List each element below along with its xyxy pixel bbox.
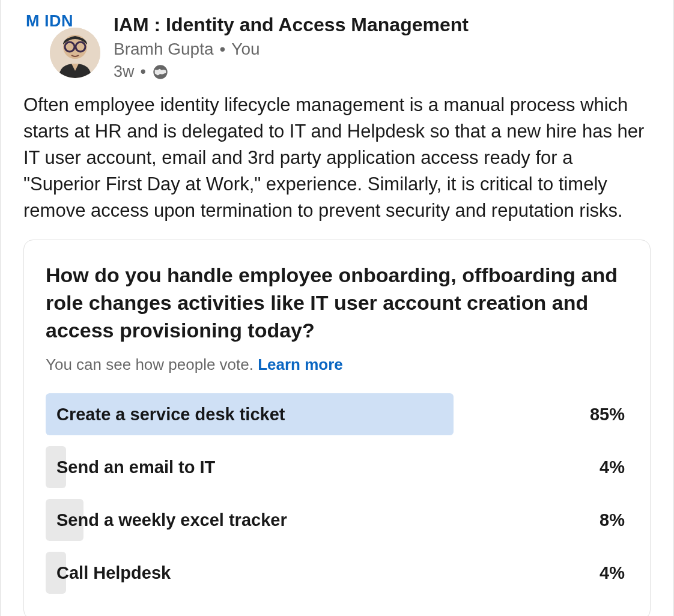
poll-option-label: Send a weekly excel tracker	[46, 510, 600, 530]
author-name[interactable]: Bramh Gupta	[114, 40, 214, 59]
post-card: M IDN IAM : Identity and Access Manageme…	[0, 0, 674, 616]
poll-option-percent: 4%	[600, 457, 628, 477]
author-relation: You	[231, 40, 260, 59]
globe-icon	[152, 64, 169, 80]
poll-subtext: You can see how people vote. Learn more	[46, 355, 628, 374]
poll-question: How do you handle employee onboarding, o…	[46, 262, 628, 345]
poll-option[interactable]: Create a service desk ticket85%	[46, 393, 628, 435]
avatar-image	[50, 28, 100, 78]
group-name[interactable]: IAM : Identity and Access Management	[114, 13, 469, 36]
poll-option[interactable]: Send an email to IT4%	[46, 446, 628, 488]
learn-more-link[interactable]: Learn more	[258, 355, 343, 373]
time-line: 3w •	[114, 62, 469, 81]
poll-option[interactable]: Call Helpdesk4%	[46, 552, 628, 594]
author-line: Bramh Gupta • You	[114, 40, 469, 59]
separator-dot: •	[220, 40, 226, 59]
corner-label: M IDN	[26, 12, 73, 31]
post-age: 3w	[114, 62, 135, 81]
separator-dot: •	[141, 62, 146, 81]
poll-option-percent: 8%	[600, 510, 628, 530]
poll-options-list: Create a service desk ticket85%Send an e…	[46, 393, 628, 594]
poll-option-label: Call Helpdesk	[46, 563, 600, 583]
post-body-text: Often employee identity lifecycle manage…	[1, 81, 673, 224]
poll-option-label: Create a service desk ticket	[46, 405, 590, 424]
poll-option[interactable]: Send a weekly excel tracker8%	[46, 499, 628, 541]
poll-option-percent: 85%	[590, 405, 628, 424]
poll-card: How do you handle employee onboarding, o…	[23, 240, 651, 616]
author-avatar[interactable]	[50, 28, 100, 78]
post-meta: IAM : Identity and Access Management Bra…	[114, 11, 469, 81]
poll-option-percent: 4%	[600, 563, 628, 583]
poll-sub-label: You can see how people vote.	[46, 355, 258, 373]
poll-option-label: Send an email to IT	[46, 457, 600, 477]
post-header: M IDN IAM : Identity and Access Manageme…	[1, 0, 673, 81]
